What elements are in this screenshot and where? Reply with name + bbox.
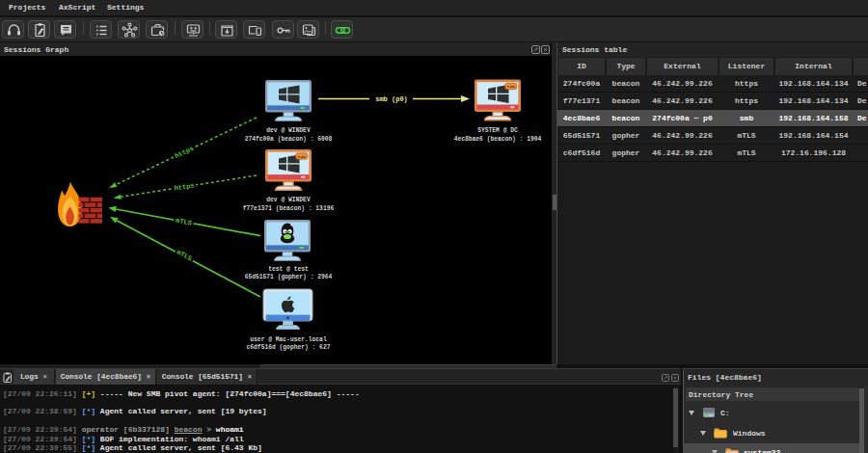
svg-text:4ec8bae6 (beacon) : 1904: 4ec8bae6 (beacon) : 1904 [454,136,542,143]
svg-text:https: https [174,181,195,192]
svg-text:dev @ WINDEV: dev @ WINDEV [266,127,311,134]
svg-text:dev @ WINDEV: dev @ WINDEV [266,197,311,203]
svg-text:smb (p0): smb (p0) [375,95,408,103]
svg-text:user @ Mac-user.local: user @ Mac-user.local [250,336,327,343]
svg-text:274fc00a (beacon) : 6008: 274fc00a (beacon) : 6008 [245,136,333,143]
svg-text:test @ test: test @ test [268,266,309,273]
svg-text:c6df516d (gopher) : 627: c6df516d (gopher) : 627 [247,344,331,351]
svg-text:mTLS: mTLS [175,217,192,227]
svg-text:https: https [174,145,195,160]
svg-text:f77e1371 (beacon) : 13196: f77e1371 (beacon) : 13196 [243,205,335,212]
svg-text:SYSTEM @ DC: SYSTEM @ DC [477,127,518,134]
svg-text:65d51571 (gopher) : 2964: 65d51571 (gopher) : 2964 [245,274,333,280]
svg-text:mTLS: mTLS [176,249,194,263]
